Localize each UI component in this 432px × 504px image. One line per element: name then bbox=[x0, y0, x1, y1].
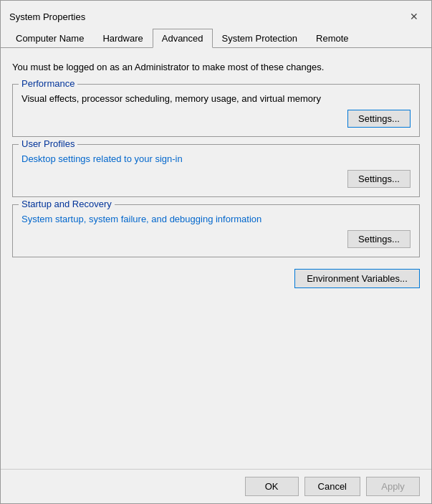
performance-settings-row: Settings... bbox=[21, 110, 411, 128]
performance-group: Performance Visual effects, processor sc… bbox=[12, 84, 420, 137]
env-variables-row: Environment Variables... bbox=[12, 269, 420, 288]
performance-settings-button[interactable]: Settings... bbox=[347, 110, 411, 128]
bottom-bar: OK Cancel Apply bbox=[1, 469, 431, 503]
tab-hardware[interactable]: Hardware bbox=[93, 29, 152, 48]
performance-label: Performance bbox=[19, 78, 77, 89]
cancel-button[interactable]: Cancel bbox=[304, 477, 360, 496]
performance-description: Visual effects, processor scheduling, me… bbox=[21, 93, 411, 104]
startup-recovery-settings-button[interactable]: Settings... bbox=[347, 230, 411, 248]
system-properties-dialog: System Properties ✕ Computer Name Hardwa… bbox=[0, 0, 432, 504]
tab-system-protection[interactable]: System Protection bbox=[213, 29, 307, 48]
content-area: You must be logged on as an Administrato… bbox=[1, 48, 431, 469]
ok-button[interactable]: OK bbox=[245, 477, 299, 496]
close-button[interactable]: ✕ bbox=[405, 8, 423, 25]
user-profiles-settings-button[interactable]: Settings... bbox=[347, 170, 411, 188]
startup-recovery-group: Startup and Recovery System startup, sys… bbox=[12, 204, 420, 257]
admin-notice: You must be logged on as an Administrato… bbox=[12, 58, 420, 77]
tab-bar: Computer Name Hardware Advanced System P… bbox=[1, 28, 431, 48]
tab-advanced[interactable]: Advanced bbox=[153, 29, 213, 48]
dialog-title: System Properties bbox=[9, 11, 85, 22]
title-bar: System Properties ✕ bbox=[1, 1, 431, 27]
user-profiles-group: User Profiles Desktop settings related t… bbox=[12, 144, 420, 197]
environment-variables-button[interactable]: Environment Variables... bbox=[294, 269, 420, 288]
tab-computer-name[interactable]: Computer Name bbox=[6, 29, 93, 48]
user-profiles-description: Desktop settings related to your sign-in bbox=[21, 153, 411, 164]
startup-recovery-label: Startup and Recovery bbox=[19, 199, 115, 209]
startup-recovery-settings-row: Settings... bbox=[21, 230, 411, 248]
startup-recovery-description: System startup, system failure, and debu… bbox=[21, 214, 411, 224]
user-profiles-settings-row: Settings... bbox=[21, 170, 411, 188]
user-profiles-label: User Profiles bbox=[19, 138, 77, 149]
apply-button[interactable]: Apply bbox=[366, 477, 420, 496]
tab-remote[interactable]: Remote bbox=[307, 29, 358, 48]
